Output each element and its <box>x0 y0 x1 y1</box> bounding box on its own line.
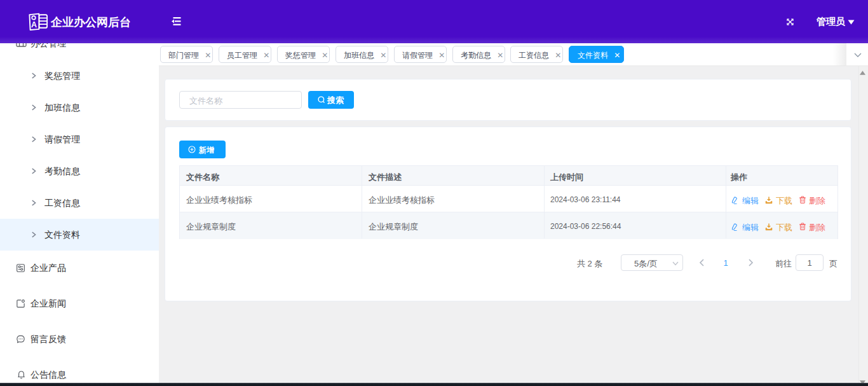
svg-text:A: A <box>31 20 37 29</box>
